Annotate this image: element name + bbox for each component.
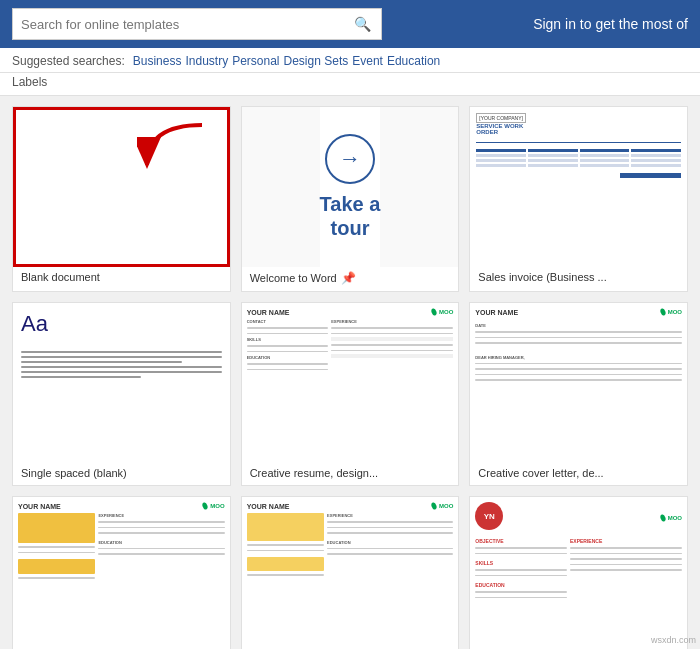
search-input[interactable]: [21, 17, 352, 32]
suggestion-business[interactable]: Business: [133, 54, 182, 68]
resume3-rline3: [327, 532, 453, 534]
resume2-content: YOUR NAME MOO: [13, 497, 230, 649]
yn-edu-title: EDUCATION: [475, 582, 567, 588]
resume2-rline5: [98, 553, 224, 555]
resume2-header: YOUR NAME MOO: [18, 502, 225, 510]
blank-label: Blank document: [13, 267, 230, 289]
svg-point-5: [659, 514, 666, 522]
template-single[interactable]: Aa Single spaced (blank): [12, 302, 231, 486]
resume1-edu: EDUCATION: [247, 355, 328, 360]
template-resume1[interactable]: YOUR NAME MOO CONTACT: [241, 302, 460, 486]
doc-line-2: [21, 356, 222, 358]
yn-body: OBJECTIVE SKILLS EDUCATION EXPERIENCE: [475, 538, 682, 648]
invoice-cell-4: [631, 154, 681, 157]
resume1-name: YOUR NAME: [247, 309, 290, 316]
section-label: Labels: [0, 73, 700, 96]
cover1-line1: [475, 331, 682, 333]
invoice-company: [YOUR COMPANY]: [476, 113, 526, 123]
resume1-block2: [331, 354, 453, 358]
svg-point-3: [202, 502, 209, 510]
cover1-header: YOUR NAME MOO: [475, 308, 682, 316]
moo-text-1: MOO: [439, 309, 453, 315]
resume1-contact: CONTACT: [247, 319, 328, 324]
single-thumb: Aa: [13, 303, 230, 463]
invoice-cell-7: [580, 159, 630, 162]
yn-header: YN MOO: [475, 502, 682, 534]
suggestion-event[interactable]: Event: [352, 54, 383, 68]
template-tour[interactable]: → Take atour Welcome to Word 📌: [241, 106, 460, 292]
doc-line-6: [21, 376, 141, 378]
resume1-rline4: [331, 350, 453, 352]
resume3-content: YOUR NAME MOO: [242, 497, 459, 649]
template-invoice[interactable]: [YOUR COMPANY] SERVICE WORKORDER: [469, 106, 688, 292]
app-header: 🔍 Sign in to get the most of: [0, 0, 700, 48]
invoice-cell-5: [476, 159, 526, 162]
template-resume3[interactable]: YOUR NAME MOO: [241, 496, 460, 649]
invoice-cell-6: [528, 159, 578, 162]
cover1-spacer: [475, 347, 682, 353]
invoice-cell-dark-3: [580, 149, 630, 152]
cover1-line6: [475, 374, 682, 376]
resume2-thumb: YOUR NAME MOO: [13, 497, 230, 649]
yn-rline2: [570, 553, 682, 555]
single-content: Aa: [13, 303, 230, 463]
resume2-yellow-block2: [18, 559, 95, 574]
resume1-line5: [247, 363, 328, 365]
invoice-cell-dark-2: [528, 149, 578, 152]
single-label: Single spaced (blank): [13, 463, 230, 485]
tour-arrow-icon: →: [339, 146, 361, 172]
aa-text: Aa: [21, 311, 222, 337]
pin-icon: 📌: [341, 271, 356, 285]
invoice-total-row: [476, 173, 681, 178]
invoice-cell-11: [580, 164, 630, 167]
line-group: [21, 351, 222, 378]
yn-content: YN MOO OBJECTIVE SKI: [470, 497, 687, 649]
suggestion-industry[interactable]: Industry: [185, 54, 228, 68]
suggestion-personal[interactable]: Personal: [232, 54, 279, 68]
resume3-line2: [247, 550, 324, 552]
blank-thumb: [13, 107, 230, 267]
resume1-line1: [247, 327, 328, 329]
resume1-line2: [247, 333, 328, 335]
resume2-line1: [18, 546, 95, 548]
resume3-line3: [247, 574, 324, 576]
moo-text-3: MOO: [210, 503, 224, 509]
invoice-cell-dark-4: [631, 149, 681, 152]
yn-rline4: [570, 564, 682, 566]
tour-label: Welcome to Word 📌: [242, 267, 459, 291]
resume1-rline1: [331, 327, 453, 329]
svg-point-4: [430, 502, 437, 510]
doc-line-1: [21, 351, 222, 353]
tour-text: Take atour: [320, 192, 381, 240]
suggestions-label: Suggested searches:: [12, 54, 125, 68]
moo-logo-2: MOO: [659, 308, 682, 316]
resume3-right: EXPERIENCE EDUCATION: [327, 513, 453, 633]
suggestion-education[interactable]: Education: [387, 54, 440, 68]
template-resume2[interactable]: YOUR NAME MOO: [12, 496, 231, 649]
moo-leaf-icon-4: [430, 502, 438, 510]
search-bar-container[interactable]: 🔍: [12, 8, 382, 40]
invoice-divider: [476, 142, 681, 143]
template-cover1[interactable]: YOUR NAME MOO DATE: [469, 302, 688, 486]
tour-thumb: → Take atour: [242, 107, 459, 267]
yn-exp: EXPERIENCE: [570, 538, 682, 544]
suggestions-bar: Suggested searches: Business Industry Pe…: [0, 48, 700, 73]
invoice-row-2: [476, 154, 681, 157]
resume2-rline1: [98, 521, 224, 523]
moo-leaf-icon-3: [201, 502, 209, 510]
cover1-line7: [475, 379, 682, 381]
invoice-row-4: [476, 164, 681, 167]
template-blank[interactable]: Blank document: [12, 106, 231, 292]
resume1-exp: EXPERIENCE: [331, 319, 453, 324]
suggestion-design-sets[interactable]: Design Sets: [284, 54, 349, 68]
invoice-header: [YOUR COMPANY] SERVICE WORKORDER: [476, 113, 681, 135]
yn-thumb: YN MOO OBJECTIVE SKI: [470, 497, 687, 649]
doc-line-5: [21, 371, 222, 373]
template-yn[interactable]: YN MOO OBJECTIVE SKI: [469, 496, 688, 649]
moo-text-5: MOO: [668, 515, 682, 521]
search-button[interactable]: 🔍: [352, 16, 373, 32]
invoice-label: Sales invoice (Business ...: [470, 267, 687, 289]
resume2-exp: EXPERIENCE: [98, 513, 224, 518]
resume3-body: EXPERIENCE EDUCATION: [247, 513, 454, 633]
invoice-cell-10: [528, 164, 578, 167]
